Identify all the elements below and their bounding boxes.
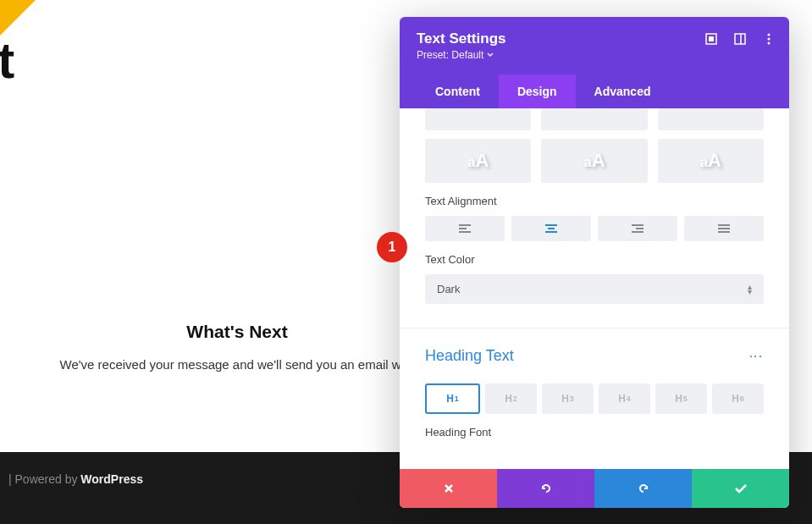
tab-design[interactable]: Design bbox=[499, 74, 576, 108]
redo-button[interactable] bbox=[594, 469, 692, 508]
heading-font-label: Heading Font bbox=[425, 426, 764, 439]
heading-text-section: Heading Text ⋮ H1 H2 H3 H4 H5 H6 Heading… bbox=[425, 328, 764, 439]
text-style-option[interactable] bbox=[425, 108, 531, 130]
dock-icon[interactable] bbox=[733, 32, 747, 46]
text-style-option[interactable] bbox=[541, 108, 647, 130]
align-right-button[interactable] bbox=[598, 216, 677, 241]
align-center-button[interactable] bbox=[511, 216, 591, 241]
preset-label: Preset: Default bbox=[417, 49, 483, 61]
footer-brand: WordPress bbox=[80, 472, 143, 486]
panel-footer bbox=[400, 469, 789, 508]
svg-point-4 bbox=[768, 34, 771, 36]
text-alignment-row bbox=[425, 216, 764, 241]
redo-icon bbox=[637, 482, 650, 495]
more-icon[interactable] bbox=[762, 32, 776, 46]
align-left-button[interactable] bbox=[425, 216, 505, 241]
text-color-select[interactable]: Dark ▴▾ bbox=[425, 274, 764, 304]
panel-tabs: Content Design Advanced bbox=[417, 74, 772, 108]
panel-header: Text Settings Preset: Default Content De… bbox=[400, 17, 789, 108]
undo-icon bbox=[539, 482, 553, 495]
heading-h2-tab[interactable]: H2 bbox=[485, 383, 537, 414]
text-style-row: aA aA aA bbox=[425, 139, 764, 183]
settings-panel: Text Settings Preset: Default Content De… bbox=[400, 17, 789, 508]
close-button[interactable] bbox=[400, 469, 497, 508]
heading-h4-tab[interactable]: H4 bbox=[599, 383, 650, 414]
heading-h5-tab[interactable]: H5 bbox=[655, 383, 707, 414]
annotation-marker-1: 1 bbox=[377, 232, 407, 262]
text-style-option[interactable] bbox=[658, 108, 764, 130]
text-style-option[interactable]: aA bbox=[541, 139, 647, 183]
svg-rect-2 bbox=[735, 34, 745, 44]
expand-icon[interactable] bbox=[704, 32, 718, 46]
tab-content[interactable]: Content bbox=[417, 74, 499, 108]
select-caret-icon: ▴▾ bbox=[748, 284, 752, 295]
heading-more-icon[interactable]: ⋮ bbox=[748, 350, 764, 363]
footer-prefix: | Powered by bbox=[8, 472, 80, 486]
svg-point-6 bbox=[768, 42, 771, 45]
text-color-value: Dark bbox=[437, 283, 460, 295]
text-style-option[interactable]: aA bbox=[658, 139, 764, 183]
header-icons bbox=[704, 32, 776, 46]
undo-button[interactable] bbox=[497, 469, 594, 508]
text-alignment-label: Text Alignment bbox=[425, 195, 764, 207]
chevron-down-icon bbox=[487, 52, 494, 58]
hero-line-1: k you for cont bbox=[0, 32, 14, 89]
confirm-button[interactable] bbox=[692, 469, 789, 508]
heading-level-tabs: H1 H2 H3 H4 H5 H6 bbox=[425, 383, 764, 414]
check-icon bbox=[734, 483, 748, 494]
heading-h6-tab[interactable]: H6 bbox=[712, 383, 764, 414]
heading-h3-tab[interactable]: H3 bbox=[542, 383, 594, 414]
hero-heading: k you for cont 'll get in touc bbox=[0, 25, 415, 168]
text-style-option[interactable]: aA bbox=[425, 139, 531, 183]
tab-advanced[interactable]: Advanced bbox=[576, 74, 670, 108]
heading-text-title-row: Heading Text ⋮ bbox=[425, 347, 764, 365]
preset-selector[interactable]: Preset: Default bbox=[417, 49, 772, 61]
text-color-label: Text Color bbox=[425, 253, 764, 266]
heading-h1-tab[interactable]: H1 bbox=[425, 383, 480, 414]
panel-body: aA aA aA Text Alignment Text Color Dark … bbox=[400, 108, 789, 469]
align-justify-button[interactable] bbox=[684, 216, 764, 241]
heading-text-title[interactable]: Heading Text bbox=[425, 347, 514, 365]
svg-rect-1 bbox=[709, 36, 714, 41]
text-style-row-partial bbox=[425, 108, 764, 130]
close-icon bbox=[443, 483, 455, 494]
svg-point-5 bbox=[768, 38, 771, 41]
